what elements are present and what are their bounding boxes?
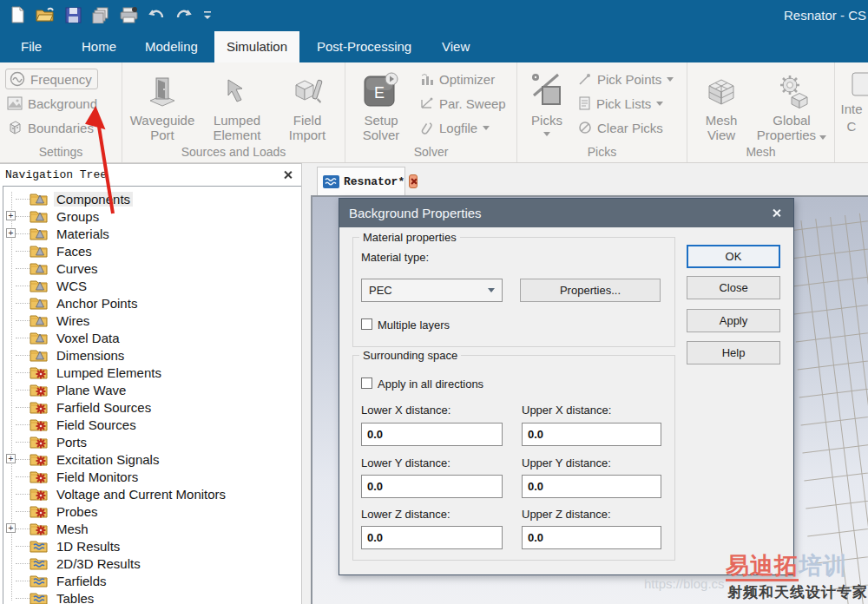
tree-item-farfield-sources[interactable]: Farfield Sources xyxy=(3,398,301,416)
optimizer-button[interactable]: Optimizer xyxy=(420,69,495,89)
setup-solver-button[interactable]: E Setup Solver xyxy=(351,69,411,142)
upper-z-input[interactable] xyxy=(522,526,661,549)
mesh-view-button[interactable]: Mesh View xyxy=(691,69,752,142)
field-import-button[interactable]: Field Import xyxy=(273,69,341,142)
tree-item-materials[interactable]: +Materials xyxy=(3,225,301,242)
upper-y-input[interactable] xyxy=(522,475,661,498)
pick-lists-icon xyxy=(578,96,591,110)
par-sweep-button[interactable]: Par. Sweep xyxy=(420,93,506,114)
tab-simulation[interactable]: Simulation xyxy=(214,31,299,62)
apply-all-directions-checkbox[interactable] xyxy=(361,378,372,389)
tree-item-ports[interactable]: Ports xyxy=(3,433,301,450)
tree-item-voltage-and-current-monitors[interactable]: Voltage and Current Monitors xyxy=(3,485,301,502)
tree-item-mesh[interactable]: +Mesh xyxy=(3,520,301,537)
partial-label-2[interactable]: C xyxy=(835,118,868,135)
redo-icon[interactable] xyxy=(174,4,194,25)
tree-item-wcs[interactable]: WCS xyxy=(3,277,301,294)
pick-points-button[interactable]: Pick Points xyxy=(578,69,674,89)
picks-button[interactable]: Picks xyxy=(524,69,569,136)
multiple-layers-checkbox[interactable] xyxy=(361,318,372,330)
close-button[interactable]: Close xyxy=(687,276,780,299)
lumped-element-label: Lumped Element xyxy=(201,113,273,142)
pick-lists-dropdown-icon[interactable] xyxy=(656,102,663,106)
boundaries-button[interactable]: Boundaries xyxy=(7,117,94,138)
print-icon[interactable] xyxy=(118,4,139,25)
tree-item-components[interactable]: Components xyxy=(3,190,301,207)
frequency-button[interactable]: Frequency xyxy=(5,69,98,89)
lower-x-input[interactable] xyxy=(361,423,503,446)
tree-item-excitation-signals[interactable]: +Excitation Signals xyxy=(3,450,301,468)
tree-item-field-monitors[interactable]: Field Monitors xyxy=(3,468,301,485)
tab-home[interactable]: Home xyxy=(78,31,120,62)
logfile-label: Logfile xyxy=(439,121,477,135)
par-sweep-icon xyxy=(420,96,434,110)
global-properties-button[interactable]: Global Properties xyxy=(752,69,832,142)
dialog-close-icon[interactable] xyxy=(772,208,781,218)
customize-toolbar-icon[interactable] xyxy=(201,4,214,25)
tab-file[interactable]: File xyxy=(17,31,45,62)
document-tab-resnator[interactable]: Resnator* xyxy=(317,167,405,195)
tree-item-probes[interactable]: Probes xyxy=(3,502,301,520)
material-type-select[interactable]: PEC xyxy=(361,279,503,302)
boundaries-label: Boundaries xyxy=(28,121,94,135)
tree-item-2d-3d-results[interactable]: 2D/3D Results xyxy=(3,555,301,572)
tree-item-curves[interactable]: Curves xyxy=(3,259,301,277)
tree-expander-icon[interactable]: + xyxy=(6,228,16,238)
undo-icon[interactable] xyxy=(146,4,167,25)
background-button[interactable]: Background xyxy=(7,93,97,114)
tree-item-dimensions[interactable]: Dimensions xyxy=(3,346,301,364)
pick-points-dropdown-icon[interactable] xyxy=(667,77,674,82)
tree-item-label: 2D/3D Results xyxy=(54,556,143,571)
upper-x-input[interactable] xyxy=(522,423,661,446)
tree-expander-icon[interactable]: + xyxy=(6,523,16,533)
copy-stack-icon[interactable] xyxy=(90,4,111,25)
logfile-dropdown-icon[interactable] xyxy=(483,126,490,130)
lower-y-input[interactable] xyxy=(361,475,503,498)
ribbon-group-solver: E Setup Solver Optimizer Par. Sweep xyxy=(345,62,517,162)
tree-item-groups[interactable]: +Groups xyxy=(3,207,301,225)
tree-item-lumped-elements[interactable]: Lumped Elements xyxy=(3,364,301,381)
open-file-icon[interactable] xyxy=(35,4,56,25)
tree-item-tables[interactable]: Tables xyxy=(3,589,301,604)
tree-item-faces[interactable]: Faces xyxy=(3,242,301,259)
clear-picks-button[interactable]: Clear Picks xyxy=(578,117,663,138)
document-tab-close-icon[interactable] xyxy=(409,174,418,188)
tree-item-farfields[interactable]: Farfields xyxy=(3,572,301,589)
tree-item-anchor-points[interactable]: Anchor Points xyxy=(3,294,301,312)
tree-expander-icon[interactable]: + xyxy=(6,211,16,220)
tree-connector xyxy=(16,286,30,286)
cone-folder-icon xyxy=(30,226,49,240)
watermark-brand-blue: 培训 xyxy=(799,553,847,579)
help-button[interactable]: Help xyxy=(687,341,780,364)
tab-post-processing[interactable]: Post-Processing xyxy=(313,31,415,62)
save-icon[interactable] xyxy=(62,4,83,25)
waveguide-port-button[interactable]: Waveguide Port xyxy=(124,69,201,142)
new-document-icon[interactable] xyxy=(7,4,28,25)
apply-button[interactable]: Apply xyxy=(687,309,780,332)
navigation-tree-close-icon[interactable] xyxy=(283,170,293,180)
tree-expander-icon[interactable]: + xyxy=(6,454,16,463)
tree-item-voxel-data[interactable]: Voxel Data xyxy=(3,329,301,346)
global-properties-dropdown-icon[interactable] xyxy=(819,135,826,140)
tree-connector xyxy=(16,407,30,408)
pick-lists-button[interactable]: Pick Lists xyxy=(578,93,663,114)
gear-folder-icon xyxy=(30,383,49,397)
picks-dropdown-icon[interactable] xyxy=(543,132,550,136)
dialog-title-bar[interactable]: Background Properties xyxy=(339,199,793,227)
ok-button[interactable]: OK xyxy=(687,245,780,268)
properties-button[interactable]: Properties... xyxy=(520,279,661,302)
tree-item-plane-wave[interactable]: Plane Wave xyxy=(3,381,301,398)
logfile-button[interactable]: Logfile xyxy=(420,117,490,138)
material-type-value: PEC xyxy=(369,284,392,297)
tree-item-label: Voxel Data xyxy=(54,331,122,345)
lumped-element-button[interactable]: Lumped Element xyxy=(201,69,273,142)
lower-z-input[interactable] xyxy=(361,526,503,549)
tree-connector xyxy=(16,251,30,252)
tab-view[interactable]: View xyxy=(438,31,473,62)
tree-item-1d-results[interactable]: 1D Results xyxy=(3,537,301,555)
tree-item-field-sources[interactable]: Field Sources xyxy=(3,416,301,433)
tree-item-wires[interactable]: Wires xyxy=(3,312,301,329)
tab-modeling[interactable]: Modeling xyxy=(141,31,201,62)
tree-connector xyxy=(16,338,30,338)
partial-label-1[interactable]: Inte xyxy=(835,101,868,118)
